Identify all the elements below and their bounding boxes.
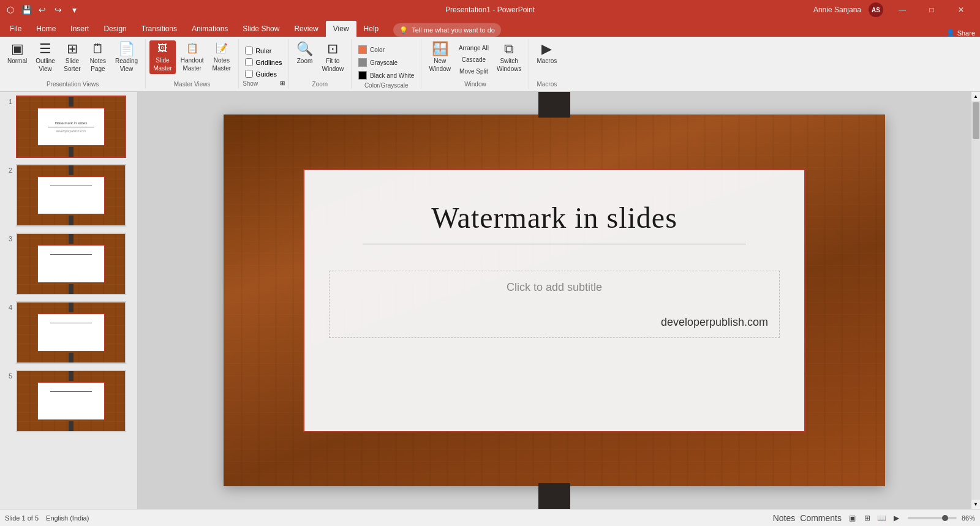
- share-icon: 👤: [946, 29, 955, 37]
- handout-master-btn[interactable]: 📋 HandoutMaster: [177, 40, 208, 74]
- slide-title[interactable]: Watermark in slides: [329, 201, 780, 235]
- normal-view-icon: ▣: [11, 42, 24, 56]
- slide-img-1[interactable]: Watermark in slides developerpublish.com: [16, 96, 126, 158]
- scroll-up-arrow[interactable]: ▲: [971, 92, 981, 101]
- tab-review[interactable]: Review: [287, 21, 325, 37]
- new-window-btn[interactable]: 🪟 NewWindow: [425, 40, 454, 75]
- slide-img-2[interactable]: [16, 164, 126, 227]
- slide-thumb-1[interactable]: 1 Watermark in slides developerpublish.c…: [2, 94, 135, 159]
- slide-thumb-2[interactable]: 2: [2, 163, 135, 228]
- fit-to-window-btn[interactable]: ⊡ Fit toWindow: [318, 40, 348, 75]
- notes-page-btn[interactable]: 🗒 NotesPage: [86, 40, 110, 75]
- switch-windows-btn[interactable]: ⧉ SwitchWindows: [493, 40, 526, 75]
- zoom-icon: 🔍: [296, 42, 313, 56]
- tab-slideshow[interactable]: Slide Show: [235, 21, 287, 37]
- zoom-btn[interactable]: 🔍 Zoom: [293, 40, 317, 67]
- arrange-all-btn[interactable]: Arrange All: [456, 43, 492, 53]
- tab-insert[interactable]: Insert: [63, 21, 96, 37]
- outline-icon: ☰: [39, 42, 51, 56]
- status-bar: Slide 1 of 5 English (India) Notes Comme…: [0, 509, 980, 526]
- customize-btn[interactable]: ▾: [69, 4, 80, 15]
- gridlines-check[interactable]: [245, 58, 253, 66]
- scroll-thumb[interactable]: [973, 102, 979, 139]
- user-avatar[interactable]: AS: [869, 2, 883, 17]
- ribbon-tabs: File Home Insert Design Transitions Anim…: [0, 20, 980, 37]
- tell-me-input[interactable]: 💡 Tell me what you want to do: [393, 23, 501, 37]
- slide-num-2: 2: [4, 167, 12, 174]
- normal-view-status-btn[interactable]: ▣: [846, 512, 859, 524]
- save-quick-btn[interactable]: 💾: [21, 4, 32, 15]
- tab-home[interactable]: Home: [29, 21, 63, 37]
- main-slide[interactable]: Watermark in slides Click to add subtitl…: [224, 115, 885, 486]
- ruler-checkbox[interactable]: Ruler: [243, 45, 284, 56]
- slide-frame[interactable]: Watermark in slides Click to add subtitl…: [303, 169, 805, 432]
- move-split-btn[interactable]: Move Split: [456, 66, 492, 77]
- undo-btn[interactable]: ↩: [37, 4, 48, 15]
- slide-sorter-btn[interactable]: ⊞ SlideSorter: [60, 40, 85, 75]
- show-expand-icon[interactable]: ⊞: [280, 80, 285, 86]
- zoom-slider[interactable]: [908, 517, 957, 519]
- slide-thumb-5[interactable]: 5: [2, 369, 135, 434]
- tab-design[interactable]: Design: [96, 21, 134, 37]
- minimize-btn[interactable]: —: [888, 0, 916, 20]
- window-title: Presentation1 - PowerPoint: [445, 6, 535, 14]
- notes-btn[interactable]: Notes: [773, 513, 796, 523]
- tab-animations[interactable]: Animations: [184, 21, 235, 37]
- bw-swatch: [358, 71, 367, 80]
- reading-view-status-btn[interactable]: 📖: [876, 512, 888, 524]
- ribbon-group-zoom: 🔍 Zoom ⊡ Fit toWindow Zoom: [289, 39, 352, 89]
- slide-info: Slide 1 of 5: [5, 514, 39, 522]
- slide-img-3[interactable]: [16, 233, 126, 295]
- tab-help[interactable]: Help: [356, 21, 386, 37]
- scroll-track[interactable]: [971, 101, 980, 500]
- tab-view[interactable]: View: [326, 21, 356, 37]
- comments-btn[interactable]: Comments: [800, 513, 842, 523]
- ribbon-panel: ▣ Normal ☰ OutlineView ⊞ SlideSorter 🗒 N…: [0, 37, 980, 92]
- grayscale-swatch: [358, 58, 367, 67]
- slide-divider: [363, 244, 746, 244]
- slide-img-4[interactable]: [16, 301, 126, 364]
- share-button[interactable]: 👤 Share: [946, 29, 975, 37]
- macros-btn[interactable]: ▶ Macros: [533, 40, 560, 67]
- slide-thumb-3[interactable]: 3: [2, 231, 135, 296]
- ruler-check[interactable]: [245, 47, 253, 54]
- outline-view-btn[interactable]: ☰ OutlineView: [32, 40, 59, 75]
- black-white-btn[interactable]: Black and White: [355, 70, 417, 81]
- maximize-btn[interactable]: □: [918, 0, 946, 20]
- slide-img-5[interactable]: [16, 370, 126, 432]
- fit-to-window-icon: ⊡: [327, 42, 338, 56]
- slide-sorter-status-btn[interactable]: ⊞: [861, 512, 873, 524]
- subtitle-box[interactable]: Click to add subtitle developerpublish.c…: [329, 271, 780, 338]
- tell-me-label: Tell me what you want to do: [412, 26, 495, 34]
- slide-thumb-4[interactable]: 4: [2, 300, 135, 365]
- slide-canvas[interactable]: Watermark in slides Click to add subtitl…: [138, 92, 971, 509]
- status-bar-right: Notes Comments ▣ ⊞ 📖 ▶ 86%: [773, 512, 975, 524]
- slide-title-area: Watermark in slides: [304, 170, 804, 266]
- tab-file[interactable]: File: [2, 21, 29, 37]
- color-btn[interactable]: Color: [355, 44, 417, 55]
- notes-master-btn[interactable]: 📝 NotesMaster: [209, 40, 235, 74]
- tab-transitions[interactable]: Transitions: [134, 21, 184, 37]
- gridlines-checkbox[interactable]: Gridlines: [243, 57, 284, 67]
- guides-checkbox[interactable]: Guides: [243, 69, 284, 79]
- cascade-btn[interactable]: Cascade: [456, 54, 492, 65]
- handout-master-icon: 📋: [186, 42, 198, 55]
- slide-panel[interactable]: 1 Watermark in slides developerpublish.c…: [0, 92, 138, 509]
- grayscale-btn[interactable]: Grayscale: [355, 57, 417, 68]
- show-label: Show: [243, 79, 258, 87]
- scroll-down-arrow[interactable]: ▼: [971, 500, 981, 509]
- close-btn[interactable]: ✕: [947, 0, 975, 20]
- slide-master-btn[interactable]: 🖼 SlideMaster: [149, 40, 176, 74]
- reading-view-btn[interactable]: 📄 ReadingView: [111, 40, 141, 75]
- subtitle-placeholder[interactable]: Click to add subtitle: [507, 281, 602, 294]
- redo-btn[interactable]: ↪: [53, 4, 64, 15]
- notes-page-icon: 🗒: [91, 42, 105, 56]
- window-sub-buttons: Arrange All Cascade Move Split: [456, 40, 492, 77]
- window-buttons: 🪟 NewWindow Arrange All Cascade Move Spl…: [425, 40, 525, 80]
- zoom-thumb[interactable]: [942, 515, 948, 521]
- slideshow-status-btn[interactable]: ▶: [891, 512, 903, 524]
- macros-icon: ▶: [541, 42, 552, 56]
- macros-label: Macros: [537, 80, 557, 88]
- guides-check[interactable]: [245, 70, 253, 78]
- normal-view-btn[interactable]: ▣ Normal: [4, 40, 31, 67]
